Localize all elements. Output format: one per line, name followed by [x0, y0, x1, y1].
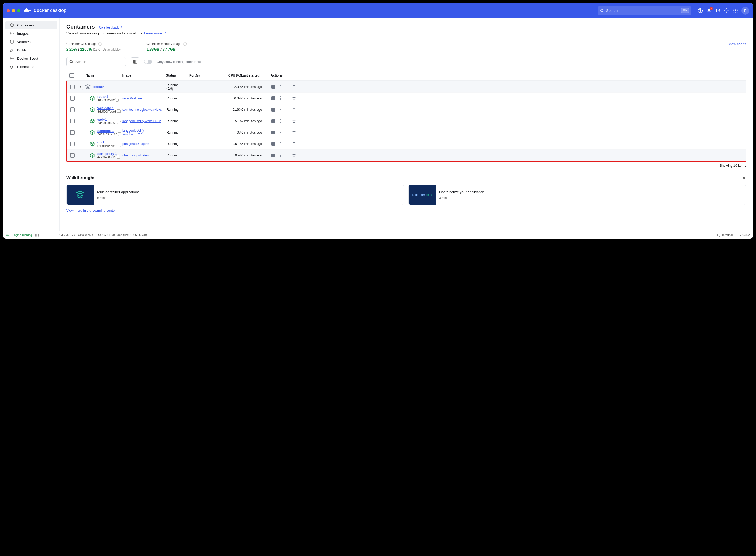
row-checkbox[interactable] — [70, 84, 75, 89]
terminal-button[interactable]: >_Terminal — [717, 233, 733, 237]
copy-icon[interactable] — [118, 144, 121, 147]
row-checkbox[interactable] — [70, 107, 75, 112]
walkthrough-card[interactable]: $ docker $ docker initinit Containerize … — [408, 185, 746, 205]
image-link[interactable]: semitechnologies/weaviate: — [122, 108, 162, 111]
help-button[interactable] — [697, 8, 703, 13]
delete-button[interactable] — [292, 108, 296, 112]
table-search[interactable] — [66, 57, 126, 66]
sidebar-item-scout[interactable]: Docker Scout — [5, 54, 57, 63]
global-search[interactable]: ⌘K — [598, 6, 691, 15]
row-checkbox[interactable] — [70, 130, 75, 135]
copy-icon[interactable] — [117, 155, 120, 159]
learn-more-link[interactable]: Learn more — [144, 31, 162, 35]
stop-button[interactable] — [272, 131, 275, 134]
give-feedback-link[interactable]: Give feedback — [99, 26, 123, 29]
image-link[interactable]: langgenius/dify-sandbox:0.2.10 — [122, 129, 164, 136]
copy-icon[interactable] — [117, 110, 120, 113]
container-icon — [90, 96, 95, 101]
stop-button[interactable] — [272, 97, 275, 100]
info-icon[interactable]: i — [183, 42, 187, 46]
container-row[interactable]: db-1 d4c9b65875ab postgres:15-alpine Run… — [67, 138, 746, 150]
col-last-started[interactable]: Last started — [241, 74, 267, 77]
more-button[interactable]: ⋮ — [278, 119, 282, 123]
stop-button[interactable] — [272, 119, 275, 123]
container-row[interactable]: weaviate-1 3dc590f7ade3 semitechnologies… — [67, 104, 746, 115]
notifications-button[interactable]: 2 — [706, 8, 712, 13]
image-link[interactable]: langgenius/dify-web:0.15.2 — [122, 119, 161, 123]
select-all-checkbox[interactable] — [70, 73, 74, 78]
stop-button[interactable] — [272, 142, 275, 146]
compose-group-row[interactable]: ▾ docker Running(9/9) 2.3% 6 minutes ago — [67, 81, 746, 93]
footer-more-button[interactable]: ⋮ — [43, 233, 47, 237]
card-title: Containerize your application — [439, 190, 484, 194]
sidebar-item-builds[interactable]: Builds — [5, 46, 57, 54]
maximize-window-icon[interactable] — [17, 9, 20, 12]
container-row[interactable]: ssrf_proxy-1 4e29f458a8f1 ubuntu/squid:l… — [67, 150, 746, 161]
delete-button[interactable] — [292, 142, 296, 146]
image-link[interactable]: postgres:15-alpine — [122, 142, 149, 146]
columns-button[interactable] — [131, 57, 140, 66]
more-button[interactable]: ⋮ — [278, 153, 282, 158]
delete-button[interactable] — [292, 96, 296, 100]
info-icon[interactable]: i — [98, 42, 102, 46]
stop-button[interactable] — [272, 108, 275, 111]
close-window-icon[interactable] — [7, 9, 10, 12]
image-link[interactable]: ubuntu/squid:latest — [122, 153, 150, 157]
table-search-input[interactable] — [75, 60, 123, 64]
learning-button[interactable] — [715, 8, 721, 13]
pause-button[interactable]: ▮▮ — [35, 233, 40, 237]
more-button[interactable]: ⋮ — [278, 108, 282, 112]
copy-icon[interactable] — [118, 133, 121, 136]
walkthrough-card[interactable]: Multi-container applications 8 mins — [66, 185, 404, 205]
row-checkbox[interactable] — [70, 153, 75, 158]
avatar[interactable]: R — [742, 7, 749, 14]
settings-button[interactable] — [724, 8, 729, 13]
sidebar-item-volumes[interactable]: Volumes — [5, 38, 57, 46]
more-button[interactable]: ⋮ — [278, 131, 282, 135]
delete-button[interactable] — [292, 131, 296, 135]
col-cpu[interactable]: CPU (%) — [223, 74, 241, 77]
status-cell: Running — [167, 153, 190, 157]
group-name-link[interactable]: docker — [93, 85, 104, 89]
running-only-toggle[interactable] — [144, 60, 152, 64]
minimize-window-icon[interactable] — [12, 9, 15, 12]
global-search-input[interactable] — [606, 8, 679, 13]
more-button[interactable]: ⋮ — [278, 96, 282, 100]
show-charts-link[interactable]: Show charts — [727, 42, 746, 46]
close-walkthroughs-button[interactable]: ✕ — [742, 175, 746, 181]
cpu-cell: 0.05% — [223, 153, 242, 157]
row-checkbox[interactable] — [70, 96, 75, 101]
copy-icon[interactable] — [116, 99, 119, 102]
search-icon — [600, 8, 604, 13]
delete-button[interactable] — [292, 153, 296, 158]
image-link[interactable]: redis:6-alpine — [122, 97, 142, 100]
container-row[interactable]: sandbox-1 3009c834e180 langgenius/dify-s… — [67, 127, 746, 138]
more-button[interactable]: ⋮ — [278, 85, 282, 89]
status-cell: Running — [167, 108, 190, 111]
col-image[interactable]: Image — [122, 74, 166, 77]
col-name[interactable]: Name — [85, 74, 122, 77]
sidebar-item-images[interactable]: Images — [5, 29, 57, 38]
docker-whale-icon — [24, 8, 31, 13]
more-button[interactable]: ⋮ — [278, 142, 282, 146]
row-checkbox[interactable] — [70, 142, 75, 146]
container-row[interactable]: redis-1 100e3cf27ff2 redis:6-alpine Runn… — [67, 93, 746, 104]
copy-icon[interactable] — [118, 121, 121, 125]
delete-button[interactable] — [292, 85, 296, 89]
columns-icon — [133, 59, 137, 64]
version-label[interactable]: ✓v4.37.2 — [736, 233, 750, 237]
view-more-link[interactable]: View more in the Learning center — [66, 209, 116, 212]
stop-button[interactable] — [272, 85, 275, 89]
sidebar-item-containers[interactable]: Containers — [5, 21, 57, 29]
apps-button[interactable] — [733, 8, 739, 13]
engine-status[interactable]: Engine running — [6, 233, 32, 237]
stop-button[interactable] — [272, 153, 275, 157]
card-thumb-code: $ docker $ docker initinit — [408, 185, 436, 205]
sidebar-item-extensions[interactable]: Extensions — [5, 63, 57, 71]
container-row[interactable]: web-1 4d4685df1361 langgenius/dify-web:0… — [67, 115, 746, 127]
col-status[interactable]: Status — [166, 74, 189, 77]
col-ports[interactable]: Port(s) — [189, 74, 223, 77]
delete-button[interactable] — [292, 119, 296, 123]
expand-toggle[interactable]: ▾ — [78, 83, 83, 90]
row-checkbox[interactable] — [70, 119, 75, 124]
